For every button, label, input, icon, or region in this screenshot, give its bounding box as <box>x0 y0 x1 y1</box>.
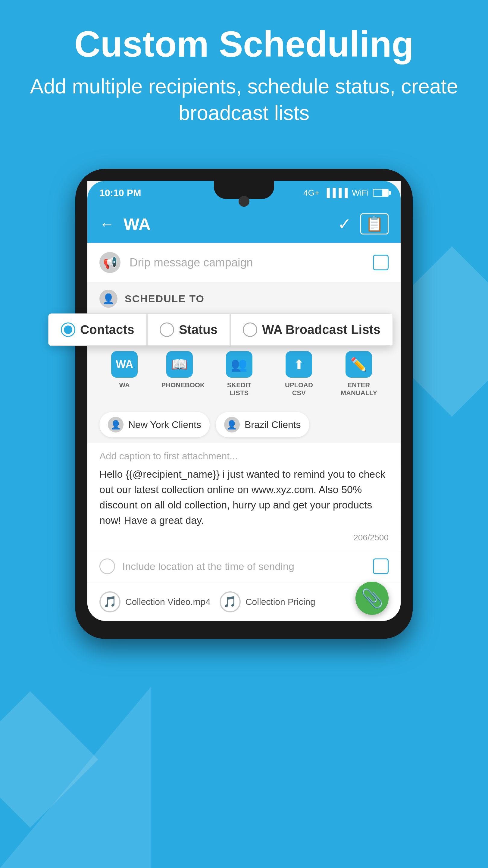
location-row: Include location at the time of sending <box>87 550 401 583</box>
icon-grid: WA WA 📖 PHONEBOOK 👥 SKEDIT LISTS ⬆ UPLOA… <box>87 345 401 406</box>
campaign-row: 📢 Drip message campaign <box>87 243 401 282</box>
caption-input[interactable]: Add caption to first attachment... <box>99 451 389 462</box>
phonebook-icon-item[interactable]: 📖 PHONEBOOK <box>161 351 198 397</box>
phonebook-icon-label: PHONEBOOK <box>161 381 198 389</box>
battery-icon <box>373 189 389 197</box>
skedit-icon-label: SKEDIT LISTS <box>221 381 257 397</box>
manual-icon-box: ✏️ <box>346 351 372 378</box>
fab-button[interactable]: 📎 <box>355 582 389 615</box>
schedule-label: SCHEDULE TO <box>125 293 204 305</box>
back-button[interactable]: ← <box>99 215 115 233</box>
message-area: Add caption to first attachment... Hello… <box>87 443 401 550</box>
upload-icon-label: UPLOAD CSV <box>281 381 317 397</box>
phone-device: 10:10 PM 4G+ ▐▐▐▐ WiFi ← WA ✓ 📋 <box>75 169 413 639</box>
tab-status-label: Status <box>179 322 218 337</box>
phonebook-icon-box: 📖 <box>166 351 193 378</box>
sub-title: Add multiple recipients, schedule status… <box>18 73 470 126</box>
battery-fill <box>373 190 382 196</box>
recipient-chip-brazil[interactable]: 👤 Brazil Clients <box>216 412 310 437</box>
location-text: Include location at the time of sending <box>122 561 366 572</box>
tab-contacts-overlay[interactable]: Contacts <box>48 313 147 346</box>
status-icons: 4G+ ▐▐▐▐ WiFi <box>303 188 389 198</box>
wa-icon-item[interactable]: WA WA <box>111 351 138 397</box>
message-count: 206/2500 <box>99 533 389 542</box>
app-screen: 10:10 PM 4G+ ▐▐▐▐ WiFi ← WA ✓ 📋 <box>87 181 401 621</box>
chip-avatar-brazil: 👤 <box>224 417 240 433</box>
location-toggle[interactable] <box>99 558 115 574</box>
tab-status-overlay[interactable]: Status <box>147 313 230 346</box>
header-section: Custom Scheduling Add multiple recipient… <box>0 0 488 138</box>
check-button[interactable]: ✓ <box>338 215 351 234</box>
wa-icon-box: WA <box>111 351 138 378</box>
app-header: ← WA ✓ 📋 <box>87 205 401 243</box>
radio-status-icon <box>160 322 174 337</box>
message-text[interactable]: Hello {{@recipient_name}} i just wanted … <box>99 467 389 528</box>
manual-icon-item[interactable]: ✏️ ENTER MANUALLY <box>341 351 377 397</box>
person-icon: 👤 <box>99 290 118 308</box>
campaign-placeholder[interactable]: Drip message campaign <box>130 256 364 269</box>
info-button[interactable]: 📋 <box>360 213 389 235</box>
attachment-video-icon: 🎵 <box>99 591 121 613</box>
chip-label-ny: New York Clients <box>128 419 201 430</box>
tab-contacts-label: Contacts <box>80 322 134 337</box>
tab-wa-broadcast-label: WA Broadcast Lists <box>262 322 381 337</box>
campaign-checkbox[interactable] <box>373 255 389 270</box>
attachment-pricing-icon: 🎵 <box>220 591 241 613</box>
status-time: 10:10 PM <box>99 187 141 198</box>
chip-label-brazil: Brazil Clients <box>245 419 301 430</box>
radio-tabs-overlay: Contacts Status WA Broadcast Lists <box>48 313 393 346</box>
front-camera <box>238 196 250 207</box>
recipient-chip-ny[interactable]: 👤 New York Clients <box>99 412 210 437</box>
upload-icon-item[interactable]: ⬆ UPLOAD CSV <box>281 351 317 397</box>
recipients-chips: 👤 New York Clients 👤 Brazil Clients <box>87 406 401 443</box>
attachment-video-name: Collection Video.mp4 <box>125 597 210 607</box>
schedule-section: 👤 SCHEDULE TO <box>87 282 401 315</box>
attachment-pricing[interactable]: 🎵 Collection Pricing <box>220 591 315 613</box>
skedit-icon-box: 👥 <box>226 351 253 378</box>
chip-avatar-ny: 👤 <box>108 417 124 433</box>
tab-wa-broadcast-overlay[interactable]: WA Broadcast Lists <box>230 313 393 346</box>
signal-icon: ▐▐▐▐ <box>324 188 348 198</box>
location-checkbox[interactable] <box>373 558 389 574</box>
megaphone-icon: 📢 <box>99 252 121 273</box>
wa-icon-label: WA <box>119 381 130 389</box>
main-title: Custom Scheduling <box>18 24 470 64</box>
attachment-pricing-name: Collection Pricing <box>246 597 315 607</box>
attachments-row: 🎵 Collection Video.mp4 🎵 Collection Pric… <box>87 583 401 621</box>
radio-contacts-icon <box>61 322 75 337</box>
attachment-video[interactable]: 🎵 Collection Video.mp4 <box>99 591 210 613</box>
manual-icon-label: ENTER MANUALLY <box>341 381 377 397</box>
wifi-icon: WiFi <box>352 188 369 198</box>
phone-wrapper: Contacts Status WA Broadcast Lists 10:10… <box>75 169 413 639</box>
phone-notch <box>214 181 274 199</box>
radio-wa-icon <box>243 322 257 337</box>
network-icon: 4G+ <box>303 188 320 198</box>
bg-triangle-left <box>0 687 151 868</box>
skedit-icon-item[interactable]: 👥 SKEDIT LISTS <box>221 351 257 397</box>
upload-icon-box: ⬆ <box>286 351 312 378</box>
app-title: WA <box>124 214 329 234</box>
